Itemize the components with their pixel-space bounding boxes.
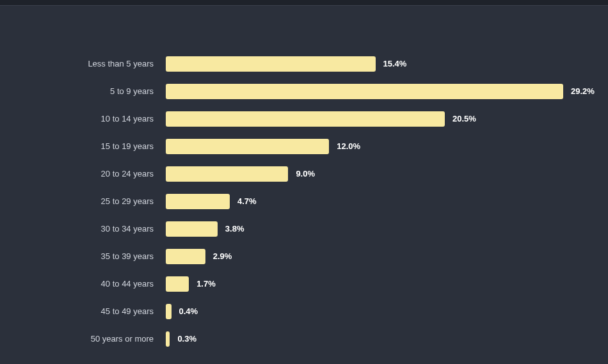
- bar-fill: [166, 249, 205, 264]
- bar-row: 30 to 34 years 3.8%: [0, 215, 563, 242]
- bar-category-label: 10 to 14 years: [0, 114, 166, 123]
- bar-value-label: 12.0%: [337, 141, 360, 151]
- bar-chart: Less than 5 years 15.4% 5 to 9 years 29.…: [0, 50, 608, 352]
- bar-category-label: 45 to 49 years: [0, 306, 166, 316]
- bar-fill: [166, 304, 172, 319]
- bar-row: 5 to 9 years 29.2%: [0, 77, 563, 105]
- bar-track: 0.3%: [166, 331, 563, 347]
- bar-value-label: 20.5%: [452, 114, 476, 123]
- bar-category-label: Less than 5 years: [0, 59, 166, 68]
- bar-track: 15.4%: [166, 56, 563, 72]
- bar-track: 20.5%: [166, 111, 563, 127]
- bar-track: 1.7%: [166, 276, 563, 292]
- bar-row: 20 to 24 years 9.0%: [0, 160, 563, 187]
- bar-fill: [166, 56, 376, 72]
- header-divider: [0, 5, 608, 6]
- bar-row: 35 to 39 years 2.9%: [0, 242, 563, 270]
- bar-category-label: 50 years or more: [0, 334, 166, 344]
- bar-track: 2.9%: [166, 249, 563, 264]
- bar-track: 9.0%: [166, 166, 563, 182]
- bar-track: 0.4%: [166, 304, 563, 319]
- bar-fill: [166, 111, 445, 127]
- bar-fill: [166, 276, 189, 292]
- bar-value-label: 1.7%: [196, 279, 216, 289]
- bar-row: 15 to 19 years 12.0%: [0, 132, 563, 160]
- bar-track: 29.2%: [166, 84, 563, 99]
- bar-value-label: 3.8%: [225, 224, 244, 233]
- bar-row: 25 to 29 years 4.7%: [0, 187, 563, 215]
- bar-row: Less than 5 years 15.4%: [0, 50, 563, 77]
- bar-category-label: 25 to 29 years: [0, 196, 166, 206]
- bar-category-label: 15 to 19 years: [0, 141, 166, 151]
- bar-track: 4.7%: [166, 194, 563, 209]
- bar-fill: [166, 139, 329, 154]
- bar-category-label: 5 to 9 years: [0, 86, 166, 96]
- bar-category-label: 40 to 44 years: [0, 279, 166, 289]
- bar-row: 45 to 49 years 0.4%: [0, 297, 563, 325]
- bar-category-label: 20 to 24 years: [0, 169, 166, 178]
- bar-fill: [166, 194, 230, 209]
- bar-value-label: 0.4%: [179, 306, 198, 316]
- bar-value-label: 4.7%: [237, 196, 257, 206]
- bar-category-label: 30 to 34 years: [0, 224, 166, 233]
- bar-row: 40 to 44 years 1.7%: [0, 270, 563, 297]
- bar-value-label: 15.4%: [383, 59, 407, 68]
- bar-fill: [166, 166, 288, 182]
- bar-track: 12.0%: [166, 139, 563, 154]
- bar-row: 10 to 14 years 20.5%: [0, 105, 563, 132]
- bar-value-label: 9.0%: [296, 169, 315, 178]
- bar-value-label: 2.9%: [213, 251, 232, 261]
- bar-row: 50 years or more 0.3%: [0, 325, 563, 352]
- bar-category-label: 35 to 39 years: [0, 251, 166, 261]
- bar-fill: [166, 221, 218, 237]
- bar-fill: [166, 84, 563, 99]
- bar-value-label: 29.2%: [571, 86, 595, 96]
- bar-value-label: 0.3%: [177, 334, 196, 344]
- bar-track: 3.8%: [166, 221, 563, 237]
- header-strip: [0, 0, 608, 5]
- bar-fill: [166, 331, 170, 347]
